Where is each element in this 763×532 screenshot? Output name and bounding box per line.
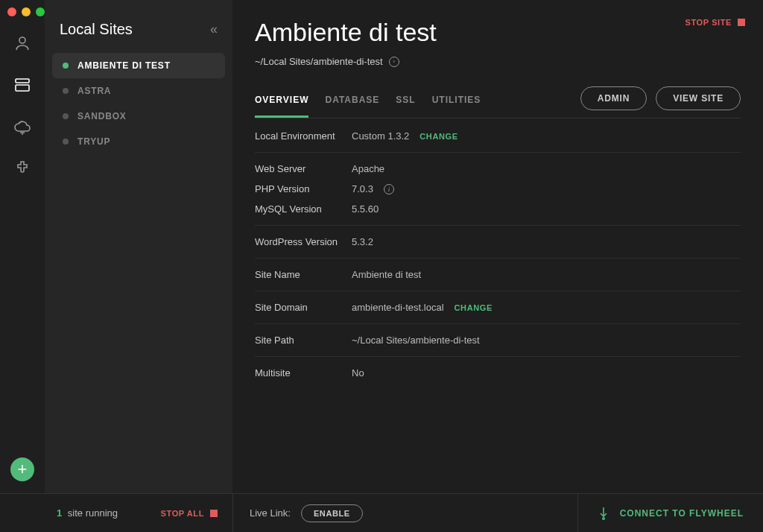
addons-icon[interactable]	[12, 158, 33, 179]
window-traffic-lights[interactable]	[7, 7, 45, 16]
row-label: Site Name	[255, 269, 352, 280]
status-dot-icon	[63, 63, 69, 69]
stop-site-button[interactable]: STOP SITE	[686, 18, 745, 27]
site-name-value: Ambiente di test	[352, 269, 421, 280]
svg-point-3	[602, 517, 604, 519]
stop-site-label: STOP SITE	[686, 18, 732, 27]
change-environment-link[interactable]: CHANGE	[420, 132, 458, 141]
php-value: 7.0.3	[352, 183, 373, 194]
svg-rect-2	[16, 85, 29, 91]
overview-panel: Local Environment Custom 1.3.2 CHANGE We…	[232, 118, 763, 389]
site-path-value: ~/Local Sites/ambiente-di-test	[352, 335, 480, 346]
site-item-ambiente-di-test[interactable]: AMBIENTE DI TEST	[52, 53, 225, 78]
svg-point-0	[19, 37, 25, 43]
svg-rect-1	[16, 79, 29, 83]
reveal-in-finder-icon[interactable]: ›	[389, 57, 399, 67]
site-item-sandbox[interactable]: SANDBOX	[52, 104, 225, 129]
live-link-label: Live Link:	[250, 507, 291, 519]
multisite-value: No	[352, 367, 364, 379]
row-label: PHP Version	[255, 183, 352, 194]
row-label: Multisite	[255, 367, 352, 379]
connect-to-flywheel-button[interactable]: CONNECT TO FLYWHEEL	[577, 494, 763, 532]
site-item-tryup[interactable]: TRYUP	[52, 129, 225, 154]
row-label: MySQL Version	[255, 203, 352, 215]
sidebar: Local Sites « AMBIENTE DI TEST ASTRA SAN…	[45, 0, 232, 493]
web-server-value: Apache	[352, 163, 384, 174]
running-count-text: site running	[68, 507, 118, 519]
status-dot-icon	[63, 113, 69, 119]
admin-button[interactable]: ADMIN	[580, 86, 647, 110]
site-item-label: ASTRA	[77, 86, 111, 96]
row-label: Site Domain	[255, 302, 352, 313]
tab-utilities[interactable]: UTILITIES	[432, 87, 481, 118]
site-title: Ambiente di test	[255, 18, 741, 47]
sidebar-title: Local Sites	[60, 21, 133, 38]
site-item-label: AMBIENTE DI TEST	[77, 60, 171, 71]
row-label: Site Path	[255, 335, 352, 346]
connect-label: CONNECT TO FLYWHEEL	[620, 508, 744, 519]
running-count-number: 1	[57, 507, 62, 519]
close-window-icon[interactable]	[7, 7, 16, 16]
cloud-icon[interactable]	[12, 116, 33, 137]
tabs: OVERVIEW DATABASE SSL UTILITIES	[255, 87, 481, 118]
stop-icon	[210, 510, 218, 517]
tab-overview[interactable]: OVERVIEW	[255, 87, 308, 118]
stop-icon	[738, 19, 745, 26]
view-site-button[interactable]: VIEW SITE	[656, 86, 741, 110]
local-env-value: Custom 1.3.2	[352, 130, 409, 142]
change-domain-link[interactable]: CHANGE	[455, 303, 493, 312]
row-label: WordPress Version	[255, 236, 352, 247]
content-pane: STOP SITE Ambiente di test ~/Local Sites…	[232, 0, 763, 493]
enable-live-link-button[interactable]: ENABLE	[301, 504, 363, 522]
status-dot-icon	[63, 139, 69, 145]
row-label: Web Server	[255, 163, 352, 174]
info-icon[interactable]: i	[384, 184, 394, 194]
site-item-label: SANDBOX	[77, 111, 127, 121]
add-site-button[interactable]: +	[10, 457, 34, 481]
footer: 1 site running STOP ALL Live Link: ENABL…	[0, 493, 763, 532]
flywheel-icon	[598, 506, 610, 521]
site-domain-value: ambiente-di-test.local	[352, 302, 444, 313]
site-item-label: TRYUP	[77, 136, 110, 147]
account-icon[interactable]	[12, 33, 33, 54]
site-item-astra[interactable]: ASTRA	[52, 78, 225, 104]
maximize-window-icon[interactable]	[36, 7, 45, 16]
wp-version-value: 5.3.2	[352, 236, 373, 247]
sites-icon[interactable]	[12, 75, 33, 95]
status-dot-icon	[63, 88, 69, 94]
mysql-value: 5.5.60	[352, 203, 379, 215]
site-path: ~/Local Sites/ambiente-di-test	[255, 56, 383, 67]
sites-running-status: 1 site running	[57, 507, 118, 519]
site-list: AMBIENTE DI TEST ASTRA SANDBOX TRYUP	[45, 53, 232, 154]
stop-all-button[interactable]: STOP ALL	[161, 509, 218, 518]
row-label: Local Environment	[255, 130, 352, 142]
minimize-window-icon[interactable]	[22, 7, 31, 16]
collapse-sidebar-icon[interactable]: «	[210, 22, 218, 37]
stop-all-label: STOP ALL	[161, 509, 204, 518]
nav-rail: +	[0, 0, 45, 493]
tab-database[interactable]: DATABASE	[325, 87, 379, 118]
tab-ssl[interactable]: SSL	[396, 87, 415, 118]
